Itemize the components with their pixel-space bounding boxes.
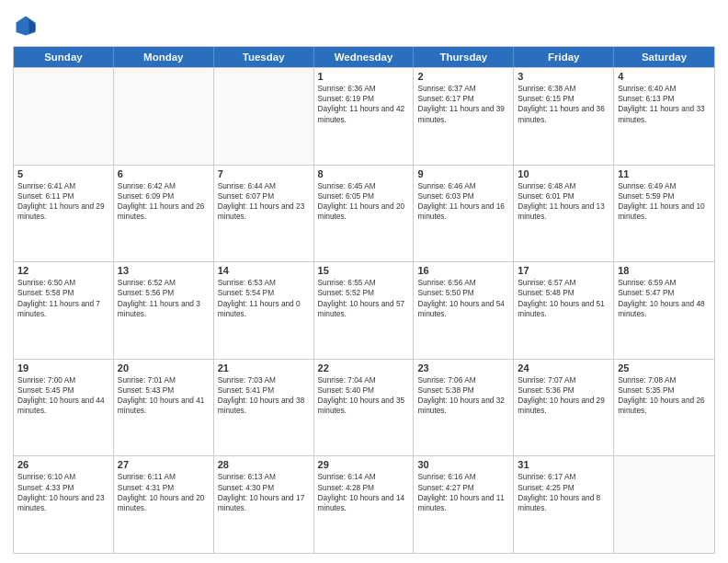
sunset-text: Sunset: 4:31 PM bbox=[118, 483, 210, 493]
day-number: 15 bbox=[318, 265, 410, 276]
sunrise-text: Sunrise: 6:55 AM bbox=[318, 278, 410, 288]
day-number: 12 bbox=[17, 265, 109, 276]
daylight-text: Daylight: 10 hours and 32 minutes. bbox=[417, 396, 509, 416]
day-number: 21 bbox=[218, 362, 310, 373]
day-number: 31 bbox=[518, 459, 609, 470]
daylight-text: Daylight: 11 hours and 10 minutes. bbox=[618, 201, 711, 222]
day-number: 16 bbox=[417, 265, 509, 276]
sunrise-text: Sunrise: 6:50 AM bbox=[17, 278, 109, 288]
day-number: 17 bbox=[518, 265, 609, 276]
daylight-text: Daylight: 11 hours and 36 minutes. bbox=[518, 104, 609, 124]
daylight-text: Daylight: 10 hours and 38 minutes. bbox=[218, 396, 310, 416]
daylight-text: Daylight: 10 hours and 51 minutes. bbox=[518, 299, 609, 319]
logo-icon bbox=[13, 13, 39, 39]
calendar-cell: 14Sunrise: 6:53 AMSunset: 5:54 PMDayligh… bbox=[214, 262, 314, 359]
day-number: 9 bbox=[417, 168, 509, 179]
sunset-text: Sunset: 4:25 PM bbox=[518, 483, 609, 493]
calendar-cell: 12Sunrise: 6:50 AMSunset: 5:58 PMDayligh… bbox=[14, 262, 114, 359]
sunrise-text: Sunrise: 6:44 AM bbox=[218, 181, 310, 191]
sunset-text: Sunset: 6:17 PM bbox=[417, 94, 509, 104]
calendar-body: 1Sunrise: 6:36 AMSunset: 6:19 PMDaylight… bbox=[14, 67, 714, 553]
sunrise-text: Sunrise: 6:42 AM bbox=[118, 181, 210, 191]
daylight-text: Daylight: 11 hours and 7 minutes. bbox=[17, 299, 109, 319]
sunrise-text: Sunrise: 6:38 AM bbox=[518, 84, 609, 94]
sunset-text: Sunset: 6:01 PM bbox=[518, 191, 609, 201]
day-number: 24 bbox=[518, 362, 609, 373]
daylight-text: Daylight: 10 hours and 23 minutes. bbox=[17, 493, 109, 513]
sunset-text: Sunset: 4:33 PM bbox=[17, 483, 109, 493]
daylight-text: Daylight: 10 hours and 8 minutes. bbox=[518, 493, 609, 513]
calendar-cell: 7Sunrise: 6:44 AMSunset: 6:07 PMDaylight… bbox=[214, 166, 314, 262]
day-number: 8 bbox=[318, 168, 410, 179]
calendar-cell: 3Sunrise: 6:38 AMSunset: 6:15 PMDaylight… bbox=[514, 68, 614, 165]
daylight-text: Daylight: 11 hours and 26 minutes. bbox=[118, 201, 210, 222]
calendar-cell: 2Sunrise: 6:37 AMSunset: 6:17 PMDaylight… bbox=[414, 68, 514, 165]
calendar-cell: 18Sunrise: 6:59 AMSunset: 5:47 PMDayligh… bbox=[614, 262, 714, 359]
daylight-text: Daylight: 11 hours and 13 minutes. bbox=[518, 201, 609, 222]
calendar-cell: 26Sunrise: 6:10 AMSunset: 4:33 PMDayligh… bbox=[14, 456, 114, 553]
daylight-text: Daylight: 11 hours and 20 minutes. bbox=[318, 201, 410, 222]
calendar-cell: 4Sunrise: 6:40 AMSunset: 6:13 PMDaylight… bbox=[614, 68, 714, 165]
daylight-text: Daylight: 11 hours and 33 minutes. bbox=[618, 104, 711, 124]
header-day-thursday: Thursday bbox=[414, 47, 514, 67]
calendar-cell: 10Sunrise: 6:48 AMSunset: 6:01 PMDayligh… bbox=[514, 166, 614, 262]
day-number: 6 bbox=[118, 168, 210, 179]
day-number: 7 bbox=[218, 168, 310, 179]
daylight-text: Daylight: 11 hours and 42 minutes. bbox=[318, 104, 410, 124]
header-day-sunday: Sunday bbox=[14, 47, 114, 67]
day-number: 25 bbox=[618, 362, 711, 373]
calendar-cell bbox=[214, 68, 314, 165]
sunrise-text: Sunrise: 6:52 AM bbox=[118, 278, 210, 288]
calendar-cell: 6Sunrise: 6:42 AMSunset: 6:09 PMDaylight… bbox=[114, 166, 214, 262]
daylight-text: Daylight: 10 hours and 48 minutes. bbox=[618, 299, 711, 319]
day-number: 26 bbox=[17, 459, 109, 470]
sunset-text: Sunset: 5:58 PM bbox=[17, 288, 109, 298]
calendar-cell: 15Sunrise: 6:55 AMSunset: 5:52 PMDayligh… bbox=[314, 262, 415, 359]
daylight-text: Daylight: 10 hours and 26 minutes. bbox=[618, 396, 711, 416]
day-number: 22 bbox=[318, 362, 410, 373]
day-number: 1 bbox=[318, 71, 410, 82]
sunset-text: Sunset: 6:11 PM bbox=[17, 191, 109, 201]
sunrise-text: Sunrise: 6:45 AM bbox=[318, 181, 410, 191]
day-number: 18 bbox=[618, 265, 711, 276]
sunrise-text: Sunrise: 6:49 AM bbox=[618, 181, 711, 191]
day-number: 10 bbox=[518, 168, 609, 179]
sunset-text: Sunset: 5:54 PM bbox=[218, 288, 310, 298]
calendar-row-3: 12Sunrise: 6:50 AMSunset: 5:58 PMDayligh… bbox=[14, 261, 714, 359]
calendar-cell: 1Sunrise: 6:36 AMSunset: 6:19 PMDaylight… bbox=[314, 68, 415, 165]
sunrise-text: Sunrise: 7:08 AM bbox=[618, 375, 711, 385]
sunrise-text: Sunrise: 6:57 AM bbox=[518, 278, 609, 288]
sunrise-text: Sunrise: 7:07 AM bbox=[518, 375, 609, 385]
sunset-text: Sunset: 6:19 PM bbox=[318, 94, 410, 104]
calendar-cell: 9Sunrise: 6:46 AMSunset: 6:03 PMDaylight… bbox=[414, 166, 514, 262]
sunset-text: Sunset: 4:28 PM bbox=[318, 483, 410, 493]
daylight-text: Daylight: 11 hours and 3 minutes. bbox=[118, 299, 210, 319]
sunset-text: Sunset: 5:50 PM bbox=[417, 288, 509, 298]
calendar-cell bbox=[114, 68, 214, 165]
sunset-text: Sunset: 5:48 PM bbox=[518, 288, 609, 298]
calendar-cell: 16Sunrise: 6:56 AMSunset: 5:50 PMDayligh… bbox=[414, 262, 514, 359]
sunset-text: Sunset: 5:45 PM bbox=[17, 385, 109, 396]
day-number: 5 bbox=[17, 168, 109, 179]
sunset-text: Sunset: 5:47 PM bbox=[618, 288, 711, 298]
calendar-cell: 29Sunrise: 6:14 AMSunset: 4:28 PMDayligh… bbox=[314, 456, 415, 553]
sunrise-text: Sunrise: 6:10 AM bbox=[17, 472, 109, 482]
sunset-text: Sunset: 6:03 PM bbox=[417, 191, 509, 201]
daylight-text: Daylight: 10 hours and 41 minutes. bbox=[118, 396, 210, 416]
sunset-text: Sunset: 5:35 PM bbox=[618, 385, 711, 396]
sunset-text: Sunset: 6:07 PM bbox=[218, 191, 310, 201]
day-number: 19 bbox=[17, 362, 109, 373]
sunrise-text: Sunrise: 6:46 AM bbox=[417, 181, 509, 191]
daylight-text: Daylight: 10 hours and 29 minutes. bbox=[518, 396, 609, 416]
daylight-text: Daylight: 10 hours and 54 minutes. bbox=[417, 299, 509, 319]
sunset-text: Sunset: 5:40 PM bbox=[318, 385, 410, 396]
sunset-text: Sunset: 5:38 PM bbox=[417, 385, 509, 396]
logo bbox=[13, 13, 40, 39]
calendar-row-5: 26Sunrise: 6:10 AMSunset: 4:33 PMDayligh… bbox=[14, 455, 714, 553]
sunrise-text: Sunrise: 6:40 AM bbox=[618, 84, 711, 94]
day-number: 11 bbox=[618, 168, 711, 179]
day-number: 2 bbox=[417, 71, 509, 82]
sunrise-text: Sunrise: 6:41 AM bbox=[17, 181, 109, 191]
sunset-text: Sunset: 6:13 PM bbox=[618, 94, 711, 104]
sunrise-text: Sunrise: 6:16 AM bbox=[417, 472, 509, 482]
